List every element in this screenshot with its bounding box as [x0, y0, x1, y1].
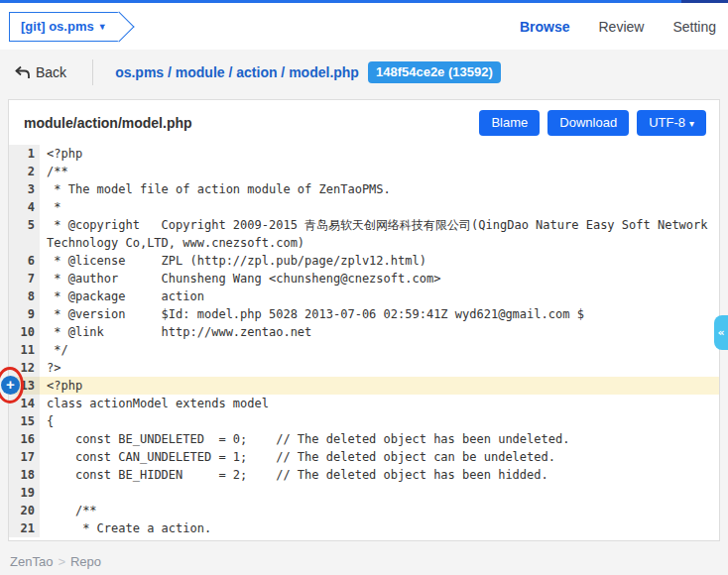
line-number[interactable]: 6: [9, 252, 40, 270]
line-number[interactable]: 5: [9, 216, 40, 252]
top-navigation: [git] os.pms ▾ BrowseReviewSetting: [0, 3, 728, 50]
code-text: /**: [40, 502, 719, 519]
code-text: * @link http://www.zentao.net: [40, 323, 719, 341]
line-number[interactable]: 19: [9, 484, 40, 502]
revision-badge[interactable]: 148f54ce2e (13592): [368, 61, 501, 83]
line-number[interactable]: 9: [9, 305, 40, 323]
download-button[interactable]: Download: [547, 110, 629, 136]
code-line: 11 */: [9, 341, 719, 359]
code-line: 20 /**: [9, 502, 719, 519]
code-text: const CAN_UNDELETED = 1; // The deleted …: [40, 448, 719, 466]
code-text: const BE_UNDELETED = 0; // The deleted o…: [40, 430, 719, 448]
line-number[interactable]: 12: [9, 359, 40, 377]
code-text: * The model file of action module of Zen…: [40, 180, 719, 198]
code-line: 7 * @author Chunsheng Wang <chunsheng@cn…: [9, 270, 719, 288]
side-panel-toggle[interactable]: «: [714, 315, 728, 350]
line-number[interactable]: 14: [9, 395, 40, 412]
line-number[interactable]: 11: [9, 341, 40, 359]
file-path-title: module/action/model.php: [24, 115, 192, 131]
line-number[interactable]: 2: [9, 163, 40, 180]
code-line: 15{: [9, 412, 719, 430]
code-line: 21 * Create a action.: [9, 519, 719, 537]
code-line: 18 const BE_HIDDEN = 2; // The deleted o…: [9, 466, 719, 484]
code-text: * Create a action.: [40, 519, 719, 537]
nav-link-browse[interactable]: Browse: [520, 19, 570, 35]
footer-section: Repo: [70, 554, 101, 569]
code-line: 13<?php+: [9, 377, 719, 395]
code-text: */: [40, 341, 719, 359]
divider: [92, 59, 93, 85]
file-panel-header: module/action/model.php BlameDownloadUTF…: [9, 100, 719, 145]
code-text: * @copyright Copyright 2009-2015 青岛易软天创网…: [40, 216, 719, 252]
code-text: /**: [40, 163, 719, 180]
code-text: {: [40, 412, 719, 430]
nav-link-review[interactable]: Review: [599, 19, 645, 35]
utf-8-button[interactable]: UTF-8▾: [637, 110, 706, 136]
code-line: 10 * @link http://www.zentao.net: [9, 323, 719, 341]
line-number[interactable]: 20: [9, 502, 40, 519]
back-arrow-icon: [14, 65, 31, 80]
code-text: * @license ZPL (http://zpl.pub/page/zplv…: [40, 252, 719, 270]
chevron-icon: «: [717, 326, 724, 339]
line-number[interactable]: 8: [9, 288, 40, 305]
code-text: * @package action: [40, 288, 719, 305]
code-line: 17 const CAN_UNDELETED = 1; // The delet…: [9, 448, 719, 466]
code-line: 6 * @license ZPL (http://zpl.pub/page/zp…: [9, 252, 719, 270]
code-line: 3 * The model file of action module of Z…: [9, 180, 719, 198]
nav-links: BrowseReviewSetting: [491, 19, 716, 35]
code-line: 4 *: [9, 198, 719, 216]
file-panel: module/action/model.php BlameDownloadUTF…: [8, 99, 720, 541]
back-label: Back: [36, 64, 66, 80]
top-accent-line: [0, 0, 728, 3]
code-text: <?php: [40, 145, 719, 163]
breadcrumb-toolbar: Back os.pms / module / action / model.ph…: [0, 50, 728, 95]
repo-selector-dropdown[interactable]: [git] os.pms ▾: [9, 12, 119, 42]
line-number[interactable]: 16: [9, 430, 40, 448]
back-button[interactable]: Back: [14, 64, 66, 80]
line-number[interactable]: 1: [9, 145, 40, 163]
line-number[interactable]: 3: [9, 180, 40, 198]
footer-breadcrumb: ZenTao>Repo: [10, 554, 718, 569]
code-text: ?>: [40, 359, 719, 377]
line-number[interactable]: 21: [9, 519, 40, 537]
code-text: * @version $Id: model.php 5028 2013-07-0…: [40, 305, 719, 323]
footer-app-name: ZenTao: [10, 554, 53, 569]
code-line: 2/**: [9, 163, 719, 180]
line-number[interactable]: 17: [9, 448, 40, 466]
breadcrumb[interactable]: os.pms / module / action / model.php: [115, 64, 359, 80]
code-line: 1<?php: [9, 145, 719, 163]
blame-button[interactable]: Blame: [479, 110, 540, 136]
repo-selector-label: [git] os.pms: [21, 19, 94, 34]
code-text: [40, 484, 719, 502]
chevron-down-icon: ▾: [689, 118, 694, 129]
add-comment-button[interactable]: +: [1, 376, 20, 395]
code-line: 14class actionModel extends model: [9, 395, 719, 412]
line-number[interactable]: 18: [9, 466, 40, 484]
code-line: 9 * @version $Id: model.php 5028 2013-07…: [9, 305, 719, 323]
code-text: class actionModel extends model: [40, 395, 719, 412]
chevron-down-icon: ▾: [100, 21, 105, 32]
line-number[interactable]: 4: [9, 198, 40, 216]
code-text: <?php: [40, 377, 719, 395]
code-line: 12?>: [9, 359, 719, 377]
file-actions: BlameDownloadUTF-8▾: [471, 110, 706, 136]
line-number[interactable]: 7: [9, 270, 40, 288]
code-line: 8 * @package action: [9, 288, 719, 305]
code-line: 19: [9, 484, 719, 502]
code-text: * @author Chunsheng Wang <chunsheng@cnez…: [40, 270, 719, 288]
code-viewer: 1<?php2/**3 * The model file of action m…: [9, 145, 719, 540]
code-line: 16 const BE_UNDELETED = 0; // The delete…: [9, 430, 719, 448]
code-line: 5 * @copyright Copyright 2009-2015 青岛易软天…: [9, 216, 719, 252]
line-number[interactable]: 10: [9, 323, 40, 341]
code-text: const BE_HIDDEN = 2; // The deleted obje…: [40, 466, 719, 484]
code-text: *: [40, 198, 719, 216]
line-number[interactable]: 15: [9, 412, 40, 430]
footer-separator: >: [58, 554, 65, 569]
nav-link-setting[interactable]: Setting: [672, 19, 716, 35]
